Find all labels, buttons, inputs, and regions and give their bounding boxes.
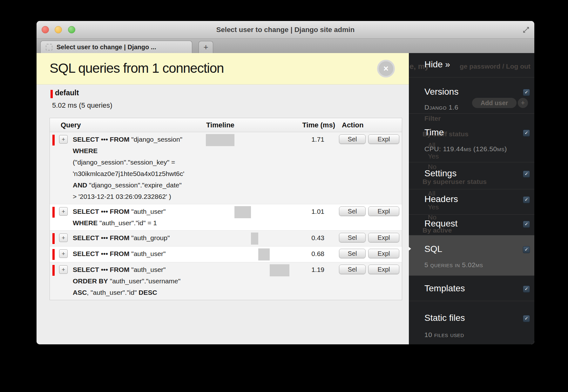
panel-title: SQL: [424, 244, 442, 254]
query-sql: SELECT ••• FROM "auth_user"WHERE "auth_u…: [73, 206, 206, 229]
panel-checkbox[interactable]: ✓: [523, 89, 530, 96]
panel-checkbox[interactable]: ✓: [523, 246, 530, 253]
time-value: 1.01: [289, 208, 324, 215]
sql-panel-title: SQL queries from 1 connection: [50, 61, 224, 76]
timeline-bar: [258, 248, 270, 260]
panel-title: Time: [424, 127, 444, 138]
query-indicator: [52, 265, 55, 276]
toolbar-panel-settings[interactable]: Settings✓: [409, 162, 534, 189]
expand-query-button[interactable]: +: [59, 233, 68, 242]
query-row: +SELECT ••• FROM "auth_user"WHERE "auth_…: [50, 204, 402, 230]
time-value: 1.71: [289, 136, 324, 143]
explain-button[interactable]: Expl: [368, 134, 399, 144]
debug-toolbar: e, my ge password / Log out Add user + F…: [409, 53, 534, 344]
panel-checkbox[interactable]: ✓: [523, 171, 530, 178]
query-table: Query Timeline Time (ms) Action +SELECT …: [50, 118, 402, 300]
select-button[interactable]: Sel: [339, 233, 366, 242]
tab-bar: Select user to change | Django ... +: [37, 39, 534, 53]
sql-panel: SQL queries from 1 connection × default …: [37, 53, 409, 344]
new-tab-button[interactable]: +: [199, 41, 213, 53]
toolbar-panel-sql[interactable]: SQL5 queries in 5.02ms✓: [409, 235, 534, 275]
sql-line: ("django_session"."session_key" =: [73, 157, 206, 168]
sql-panel-header: SQL queries from 1 connection ×: [37, 53, 409, 84]
toolbar-hide-row: Hide »: [409, 53, 534, 78]
panel-subtitle: Django 1.6: [424, 104, 458, 111]
toolbar-panel-headers[interactable]: Headers✓: [409, 189, 534, 214]
hide-toolbar-button[interactable]: Hide »: [424, 59, 450, 70]
panel-checkbox[interactable]: ✓: [523, 221, 530, 228]
timeline-bar: [206, 134, 234, 146]
expand-query-button[interactable]: +: [59, 135, 68, 144]
connection-indicator: [51, 90, 53, 98]
sql-line: SELECT ••• FROM "django_session": [73, 134, 206, 145]
toolbar-panel-static-files[interactable]: Static files10 files used✓: [409, 301, 534, 344]
column-header-time: Time (ms): [302, 121, 335, 129]
select-button[interactable]: Sel: [339, 206, 366, 216]
query-indicator: [52, 233, 55, 244]
active-panel-arrow-icon: [409, 243, 411, 254]
panel-title: Headers: [424, 194, 458, 204]
connection-summary: 5.02 ms (5 queries): [52, 101, 112, 110]
sql-line: SELECT ••• FROM "auth_group": [73, 232, 206, 244]
sql-line: ORDER BY "auth_user"."username": [73, 275, 206, 287]
window-titlebar: Select user to change | Django site admi…: [37, 21, 534, 39]
explain-button[interactable]: Expl: [368, 233, 399, 242]
panel-subtitle: 5 queries in 5.02ms: [424, 261, 483, 269]
sql-line: AND "django_session"."expire_date": [73, 179, 206, 191]
tab-label: Select user to change | Django ...: [57, 44, 156, 51]
panel-subtitle: 10 files used: [424, 331, 464, 339]
timeline-cell: [206, 206, 289, 218]
column-header-query: Query: [61, 121, 81, 129]
panel-title: Static files: [424, 313, 465, 323]
explain-button[interactable]: Expl: [368, 249, 399, 258]
explain-button[interactable]: Expl: [368, 265, 399, 274]
action-cell: SelExpl: [339, 265, 399, 274]
panel-checkbox[interactable]: ✓: [523, 315, 530, 322]
query-row: +SELECT ••• FROM "django_session"WHERE("…: [50, 132, 402, 204]
toolbar-panel-time[interactable]: TimeCPU: 119.44ms (126.50ms)✓: [409, 113, 534, 162]
explain-button[interactable]: Expl: [368, 206, 399, 216]
query-row: +SELECT ••• FROM "auth_user"ORDER BY "au…: [50, 262, 402, 300]
expand-query-button[interactable]: +: [59, 207, 68, 216]
panel-checkbox[interactable]: ✓: [523, 286, 530, 293]
expand-query-button[interactable]: +: [59, 265, 68, 274]
tab-select-user-to-change[interactable]: Select user to change | Django ...: [40, 41, 192, 53]
tab-favicon-icon: [46, 44, 52, 51]
query-sql: SELECT ••• FROM "django_session"WHERE("d…: [73, 134, 206, 202]
query-indicator: [52, 135, 55, 145]
timeline-cell: [206, 233, 289, 245]
panel-title: Versions: [424, 87, 458, 97]
sql-line: ASC, "auth_user"."id" DESC: [73, 287, 206, 298]
query-sql: SELECT ••• FROM "auth_group": [73, 232, 206, 244]
toolbar-panel-request[interactable]: Request✓: [409, 214, 534, 235]
fullscreen-icon[interactable]: [522, 26, 530, 34]
close-panel-button[interactable]: ×: [377, 60, 395, 78]
action-cell: SelExpl: [339, 134, 399, 144]
timeline-cell: [206, 264, 289, 276]
timeline-bar: [234, 206, 251, 218]
panel-checkbox[interactable]: ✓: [523, 130, 530, 137]
select-button[interactable]: Sel: [339, 265, 366, 274]
panel-subtitle: CPU: 119.44ms (126.50ms): [424, 145, 507, 153]
page-content: SQL queries from 1 connection × default …: [37, 53, 534, 344]
toolbar-panel-versions[interactable]: VersionsDjango 1.6✓: [409, 77, 534, 113]
panel-title: Templates: [424, 283, 465, 294]
query-sql: SELECT ••• FROM "auth_user"ORDER BY "aut…: [73, 264, 206, 298]
timeline-cell: [206, 248, 289, 260]
timeline-bar: [270, 264, 289, 276]
time-value: 0.68: [289, 250, 324, 258]
select-button[interactable]: Sel: [339, 134, 366, 144]
sql-line: SELECT ••• FROM "auth_user": [73, 248, 206, 260]
expand-query-button[interactable]: +: [59, 249, 68, 258]
browser-window: Select user to change | Django site admi…: [37, 21, 534, 344]
sql-line: WHERE "auth_user"."id" = 1: [73, 217, 206, 229]
window-title: Select user to change | Django site admi…: [37, 21, 534, 38]
timeline-cell: [206, 134, 289, 146]
query-sql: SELECT ••• FROM "auth_user": [73, 248, 206, 260]
panel-checkbox[interactable]: ✓: [523, 196, 530, 203]
select-button[interactable]: Sel: [339, 249, 366, 258]
query-rows: +SELECT ••• FROM "django_session"WHERE("…: [50, 132, 402, 300]
connection-name: default: [55, 89, 79, 97]
toolbar-panel-templates[interactable]: Templates✓: [409, 275, 534, 301]
close-icon: ×: [383, 64, 389, 74]
